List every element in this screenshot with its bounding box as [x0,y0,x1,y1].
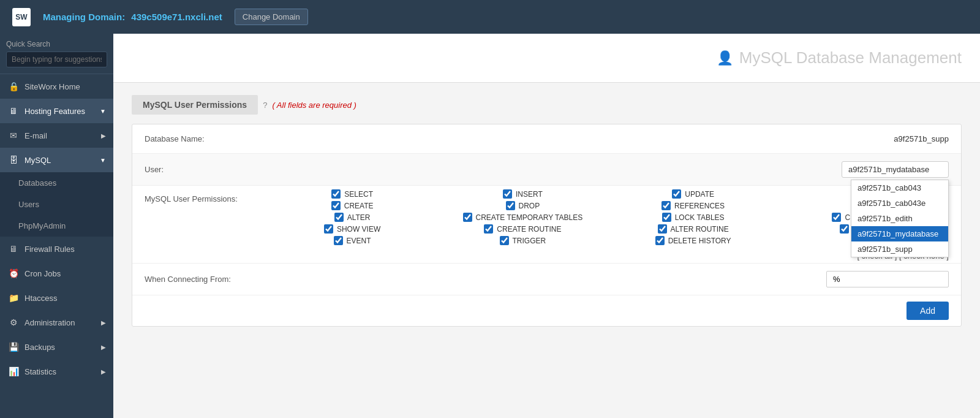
perm-checkbox-lock-tables[interactable] [662,213,671,222]
lock-icon: 🔒 [7,80,20,93]
perm-checkbox-create-routine[interactable] [484,224,493,234]
perm-item-alter: ALTER [267,213,437,222]
page-title-area: 👤 MySQL Database Management [717,48,962,67]
check-links: [ check all ] [ check none ] [132,249,961,263]
sidebar-item-statistics[interactable]: 📊 Statistics ▶ [0,359,113,384]
perm-checkbox-alter[interactable] [334,213,344,222]
connecting-value-area [267,271,949,287]
perm-item-drop: DROP [437,201,608,210]
perm-row-4: SHOW VIEW CREATE ROUTINE ALTER ROUTINE [267,224,949,234]
perm-label-drop: DROP [519,202,540,210]
perm-label-event: EVENT [347,237,371,245]
perm-checkbox-create-temp[interactable] [463,213,472,222]
perm-item-create-temp: CREATE TEMPORARY TABLES [437,213,608,222]
perm-checkbox-alter-routine[interactable] [658,224,667,234]
add-button[interactable]: Add [907,302,949,320]
sidebar-item-phpmyadmin[interactable]: PhpMyAdmin [0,215,113,237]
managing-label: Managing Domain: 439c509e71.nxcli.net [43,12,222,22]
mysql-submenu: Databases Users PhpMyAdmin [0,172,113,237]
search-input[interactable] [6,51,107,67]
user-select[interactable]: a9f2571b_cab043 a9f2571b_cab043e a9f2571… [842,161,949,178]
sidebar-item-mysql[interactable]: 🗄 MySQL ▼ [0,148,113,172]
sidebar-item-users[interactable]: Users [0,194,113,215]
perm-row-5: EVENT TRIGGER DELETE HISTORY [267,236,949,245]
perm-checkbox-drop[interactable] [506,201,515,210]
sidebar-item-databases[interactable]: Databases [0,172,113,194]
database-icon: 🗄 [7,154,20,166]
perm-checkbox-show-view[interactable] [324,224,333,234]
dropdown-item-mydatabase[interactable]: a9f2571b_mydatabase [851,226,948,241]
perm-row-2: CREATE DROP REFERENCES [267,201,949,210]
perm-label-update: UPDATE [685,190,714,199]
perm-item-references: REFERENCES [608,201,778,210]
perm-checkbox-select[interactable] [331,189,341,199]
sidebar-label-hosting-features: Hosting Features [24,107,85,116]
permissions-row: MySQL User Permissions: SELECT INSERT [132,186,961,249]
perm-item-create-routine: CREATE ROUTINE [437,224,608,234]
perm-label-alter-routine: ALTER ROUTINE [671,225,729,234]
sidebar-item-htaccess[interactable]: 📁 Htaccess [0,286,113,310]
sidebar-item-administration[interactable]: ⚙ Administration ▶ [0,310,113,335]
database-name-row: Database Name: a9f2571b_supp [132,124,961,154]
monitor-icon: 🖥 [7,105,20,117]
perm-item-lock-tables: LOCK TABLES [608,213,778,222]
connecting-from-row: When Connecting From: [132,263,961,295]
user-row: User: a9f2571b_cab043 a9f2571b_cab043e a… [132,154,961,186]
perm-item-create: CREATE [267,201,437,210]
connecting-input[interactable] [826,271,949,287]
search-label: Quick Search [6,40,107,48]
perm-label-create-routine: CREATE ROUTINE [497,225,561,234]
clock-icon: ⏰ [7,267,20,279]
sidebar-item-siteworx-home[interactable]: 🔒 SiteWorx Home [0,74,113,99]
perm-checkbox-event[interactable] [334,236,343,245]
sidebar-label-administration: Administration [24,318,75,327]
perm-checkbox-references[interactable] [662,201,671,210]
perm-checkbox-delete-history[interactable] [655,236,665,245]
page-title: MySQL Database Management [739,48,962,67]
section-header: MySQL User Permissions ? ( All fields ar… [132,95,962,115]
sidebar-item-cron-jobs[interactable]: ⏰ Cron Jobs [0,261,113,286]
perm-item-show-view: SHOW VIEW [267,224,437,234]
sidebar-item-backups[interactable]: 💾 Backups ▶ [0,335,113,359]
perm-label-references: REFERENCES [674,202,725,210]
perm-checkbox-create-view[interactable] [832,213,841,222]
perm-checkbox-update[interactable] [672,189,681,199]
gear-icon: ⚙ [7,316,20,329]
sidebar-item-firewall-rules[interactable]: 🖥 Firewall Rules [0,237,113,261]
dropdown-item-edith[interactable]: a9f2571b_edith [851,211,948,226]
sidebar-label-mysql: MySQL [24,156,51,165]
chevron-right-icon-backups: ▶ [101,344,106,351]
users-label: Users [18,200,39,209]
main-content-area: 👤 MySQL Database Management MySQL User P… [113,34,980,418]
help-button[interactable]: ? [263,101,267,110]
dropdown-item-supp[interactable]: a9f2571b_supp [851,241,948,257]
perm-label-select: SELECT [344,190,373,199]
sidebar: Quick Search 🔒 SiteWorx Home 🖥 Hosting F… [0,34,113,418]
email-icon: ✉ [7,129,20,142]
chevron-right-icon-admin: ▶ [101,319,106,326]
permissions-grid: SELECT INSERT UPDATE [267,189,949,245]
perm-item-alter-routine: ALTER ROUTINE [608,224,778,234]
perm-item-trigger: TRIGGER [437,236,608,245]
perm-label-insert: INSERT [516,190,543,199]
sidebar-label-backups: Backups [24,343,55,352]
chart-icon: 📊 [7,365,20,378]
change-domain-select[interactable]: Change Domain [235,9,308,25]
perm-checkbox-execute[interactable] [840,224,849,234]
perm-checkbox-create[interactable] [331,201,341,210]
form-panel: Database Name: a9f2571b_supp User: a9f25… [132,124,962,327]
sidebar-item-email[interactable]: ✉ E-mail ▶ [0,123,113,148]
backup-icon: 💾 [7,341,20,353]
sidebar-item-hosting-features[interactable]: 🖥 Hosting Features ▼ [0,99,113,123]
dropdown-item-cab043e[interactable]: a9f2571b_cab043e [851,196,948,211]
perm-label-lock-tables: LOCK TABLES [675,213,725,222]
form-area: MySQL User Permissions ? ( All fields ar… [113,83,980,418]
permissions-label: MySQL User Permissions: [145,189,267,203]
folder-icon: 📁 [7,292,20,304]
user-select-area: a9f2571b_cab043 a9f2571b_cab043e a9f2571… [267,161,949,178]
dropdown-item-cab043[interactable]: a9f2571b_cab043 [851,180,948,196]
sidebar-search-section: Quick Search [0,34,113,74]
perm-label-create-temp: CREATE TEMPORARY TABLES [476,213,583,222]
perm-checkbox-trigger[interactable] [500,236,509,245]
perm-checkbox-insert[interactable] [503,189,512,199]
